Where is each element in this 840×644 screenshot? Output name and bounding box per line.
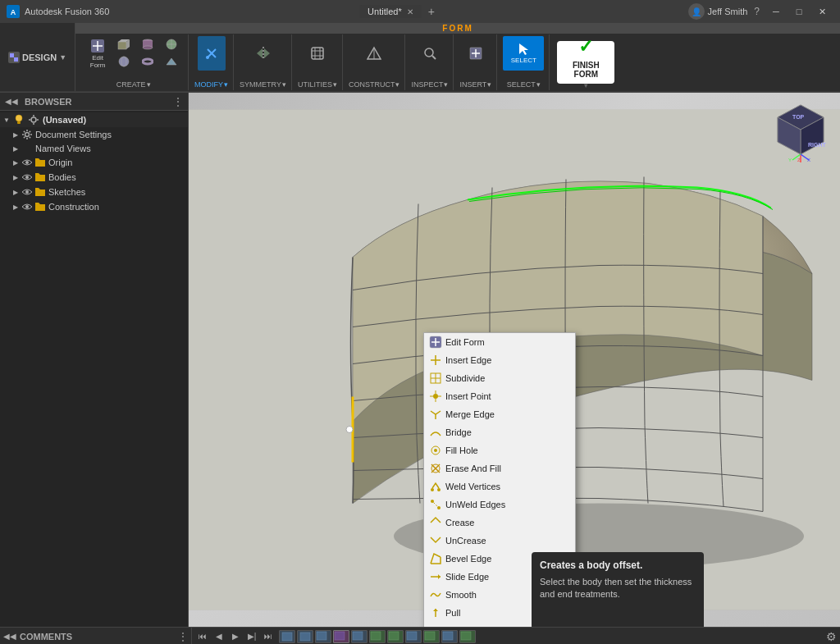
browser-header: ◀◀ BROWSER ⋮	[0, 93, 188, 111]
nav-cube-svg: RIGHT TOP Z Y X	[770, 101, 832, 162]
timeline-thumb-7[interactable]	[387, 630, 404, 643]
browser-item-namedviews[interactable]: ▶ Named Views	[0, 142, 188, 155]
tab-untitled[interactable]: Untitled* ✕	[359, 5, 422, 18]
utilities-btn[interactable]	[304, 36, 331, 71]
timeline-thumb-6[interactable]	[369, 630, 386, 643]
timeline-thumb-10[interactable]	[441, 630, 458, 643]
timeline-thumb-8[interactable]	[405, 630, 422, 643]
insert-label[interactable]: INSERT ▾	[459, 80, 491, 89]
tab-bar: Untitled* ✕ +	[109, 5, 687, 18]
menu-item-eraseandfill[interactable]: Erase And Fill	[424, 459, 575, 477]
timeline-last-btn[interactable]: ⏭	[261, 629, 276, 644]
bodies-label: Bodies	[48, 172, 76, 182]
tab-close-icon[interactable]: ✕	[407, 7, 413, 16]
timeline-thumb-3[interactable]	[315, 630, 331, 643]
close-btn[interactable]: ✕	[810, 3, 833, 20]
timeline-thumb-2[interactable]	[297, 630, 313, 643]
menu-item-editform[interactable]: Edit Form	[424, 333, 575, 351]
insert-btn[interactable]	[462, 36, 490, 71]
browser-options-icon[interactable]: ⋮	[173, 96, 183, 107]
create-box-btn[interactable]	[112, 36, 135, 53]
finish-form-btn[interactable]: ✓ FINISH FORM ▾	[557, 41, 614, 84]
timeline-thumb-5[interactable]	[351, 630, 368, 643]
modify-btn1[interactable]	[198, 36, 226, 71]
timeline-next-btn[interactable]: ▶|	[244, 629, 259, 644]
construct-label[interactable]: CONSTRUCT ▾	[349, 80, 400, 89]
docsettings-arrow-icon: ▶	[13, 131, 21, 139]
nav-cube[interactable]: RIGHT TOP Z Y X	[770, 101, 832, 162]
create-plane-btn[interactable]	[160, 53, 183, 70]
svg-line-49	[24, 131, 25, 132]
uncrease-icon	[429, 534, 442, 547]
utilities-label[interactable]: UTILITIES ▾	[298, 80, 337, 89]
flatten-icon	[429, 624, 442, 627]
maximize-btn[interactable]: □	[788, 3, 810, 20]
design-button[interactable]: DESIGN ▼	[0, 23, 75, 91]
menu-item-mergeedge[interactable]: Merge Edge	[424, 405, 575, 423]
inspect-btn[interactable]	[416, 36, 444, 71]
timeline-thumb-1[interactable]	[279, 630, 295, 643]
editform-menu-icon	[429, 336, 442, 349]
create-sphere-btn[interactable]	[112, 53, 135, 70]
svg-rect-4	[14, 57, 18, 62]
create-editform-btn[interactable]: Edit Form	[84, 36, 112, 71]
menu-item-subdivide[interactable]: Subdivide	[424, 369, 575, 387]
timeline-thumb-11[interactable]	[459, 630, 476, 643]
timeline-prev-btn[interactable]: ◀	[212, 629, 226, 644]
svg-point-85	[434, 449, 437, 452]
comments-collapse-icon[interactable]: ◀◀	[3, 632, 16, 641]
select-label[interactable]: SELECT ▾	[507, 80, 541, 89]
modify-label[interactable]: MODIFY ▾	[194, 80, 228, 89]
new-tab-btn[interactable]: +	[425, 5, 438, 18]
unweldedges-label: UnWeld Edges	[445, 500, 568, 509]
sketches-eye-icon	[21, 186, 33, 198]
browser-item-sketches[interactable]: ▶ Sketches	[0, 185, 188, 199]
bridge-label: Bridge	[445, 427, 568, 437]
menu-item-crease[interactable]: Crease	[424, 514, 575, 532]
timeline-thumb-4[interactable]	[333, 630, 349, 643]
menu-item-weldvertices[interactable]: Weld Vertices	[424, 477, 575, 496]
create-label[interactable]: CREATE ▾	[116, 80, 151, 89]
inspect-label[interactable]: INSPECT ▾	[411, 80, 448, 89]
browser-item-bodies[interactable]: ▶ Bodies	[0, 170, 188, 185]
browser-item-construction[interactable]: ▶ Construction	[0, 199, 188, 214]
menu-item-insertpoint[interactable]: Insert Point	[424, 387, 575, 405]
browser-item-origin[interactable]: ▶ Origin	[0, 155, 188, 170]
help-icon[interactable]: ?	[754, 6, 760, 17]
select-btn[interactable]: SELECT	[503, 36, 544, 71]
menu-item-insertedge[interactable]: Insert Edge	[424, 351, 575, 369]
svg-point-37	[16, 115, 22, 121]
create-torus-btn[interactable]	[136, 53, 159, 70]
create-quad-btn[interactable]	[160, 36, 183, 53]
bodies-folder-icon	[34, 171, 46, 183]
timeline-thumb-9[interactable]	[423, 630, 440, 643]
design-arrow-icon: ▼	[59, 53, 66, 62]
timeline-first-btn[interactable]: ⏮	[195, 629, 210, 644]
toolbar-group-construct: CONSTRUCT ▾	[344, 34, 406, 90]
subdivide-label: Subdivide	[445, 373, 568, 383]
timeline-thumb-icon-5	[352, 631, 363, 641]
menu-item-fillhole[interactable]: Fill Hole	[424, 441, 575, 459]
comments-options-icon[interactable]: ⋮	[178, 631, 188, 642]
browser-collapse-icon[interactable]: ◀◀	[5, 97, 18, 106]
menu-item-bridge[interactable]: Bridge	[424, 423, 575, 441]
menu-item-unweldedges[interactable]: UnWeld Edges	[424, 496, 575, 514]
settings-gear-icon[interactable]: ⚙	[826, 630, 837, 643]
minimize-btn[interactable]: ─	[765, 3, 788, 20]
symmetry-icon	[256, 46, 271, 61]
construct-btn[interactable]	[360, 36, 388, 71]
timeline-play-btn[interactable]: ▶	[228, 629, 243, 644]
browser-root-item[interactable]: ▼ (Unsaved)	[0, 112, 188, 127]
viewport[interactable]: RIGHT TOP Z Y X Edit Form Insert Edge	[189, 93, 840, 627]
symmetry-label[interactable]: SYMMETRY ▾	[240, 80, 286, 89]
svg-point-15	[143, 46, 153, 49]
finish-check-icon: ✓	[578, 36, 593, 57]
insert-icon	[468, 46, 483, 61]
browser-item-docsettings[interactable]: ▶ Document Settings	[0, 127, 188, 142]
quadball-icon	[166, 39, 177, 50]
slideedge-icon	[429, 570, 442, 583]
create-cyl-btn[interactable]	[136, 36, 159, 53]
symmetry-btn[interactable]	[249, 36, 277, 71]
svg-rect-146	[389, 632, 399, 640]
menu-item-uncrease[interactable]: UnCrease	[424, 532, 575, 550]
